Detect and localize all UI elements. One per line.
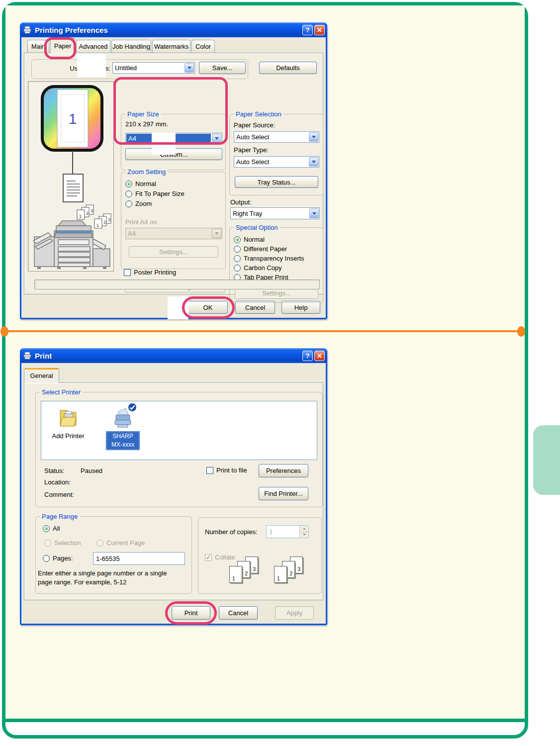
radio-icon bbox=[234, 265, 241, 272]
collate-illustration: 3 2 1 bbox=[274, 557, 310, 589]
tab-paper[interactable]: Paper bbox=[50, 38, 75, 53]
page-range-hint-2: page range. For example, 5-12 bbox=[38, 578, 127, 586]
radio-icon bbox=[125, 190, 132, 197]
zoom-setting-group: Zoom Setting Normal Fit To Paper Size Zo… bbox=[121, 172, 226, 269]
printer-icon bbox=[22, 25, 32, 34]
radio-current-page: Current Page bbox=[96, 539, 145, 547]
radio-special-normal[interactable]: Normal bbox=[234, 236, 265, 243]
radio-different-paper[interactable]: Different Paper bbox=[234, 245, 287, 253]
help-window-button[interactable]: ? bbox=[302, 351, 313, 361]
poster-printing-checkbox[interactable]: Poster Printing bbox=[124, 269, 176, 276]
tab-job-handling[interactable]: Job Handling bbox=[111, 40, 151, 53]
radio-label: Current Page bbox=[106, 539, 145, 547]
find-printer-button[interactable]: Find Printer... bbox=[259, 487, 308, 500]
print-to-file-checkbox[interactable]: Print to file bbox=[206, 466, 247, 474]
defaults-button[interactable]: Defaults bbox=[259, 62, 317, 74]
radio-carbon-copy[interactable]: Carbon Copy bbox=[234, 264, 282, 272]
paper-type-select[interactable]: Auto Select bbox=[234, 156, 319, 168]
chevron-down-icon[interactable] bbox=[309, 208, 319, 218]
paper-size-title: Paper Size bbox=[125, 110, 161, 118]
radio-label: Normal bbox=[135, 180, 156, 187]
titlebar[interactable]: Print ? ✕ bbox=[20, 348, 327, 363]
radio-icon bbox=[43, 525, 50, 532]
radio-normal[interactable]: Normal bbox=[125, 180, 156, 187]
svg-text:2: 2 bbox=[86, 211, 89, 216]
titlebar[interactable]: Printing Preferences ? ✕ bbox=[20, 22, 327, 37]
page-range-hint-1: Enter either a single page number or a s… bbox=[38, 569, 167, 577]
add-printer-label[interactable]: Add Printer bbox=[41, 432, 95, 440]
tab-color[interactable]: Color bbox=[191, 40, 215, 53]
output-value: Right Tray bbox=[231, 208, 309, 219]
close-window-button[interactable]: ✕ bbox=[314, 25, 325, 35]
checkbox-icon bbox=[205, 554, 212, 561]
pages-input[interactable]: 1-65535 bbox=[93, 552, 185, 565]
paper-source-select[interactable]: Auto Select bbox=[234, 131, 319, 143]
callout-patch bbox=[77, 53, 106, 77]
radio-zoom[interactable]: Zoom bbox=[125, 200, 152, 207]
svg-text:1: 1 bbox=[79, 214, 82, 219]
select-printer-group: Select Printer Add Printer bbox=[35, 392, 323, 507]
checkbox-label: Poster Printing bbox=[134, 269, 176, 276]
radio-selection: Selection bbox=[44, 539, 81, 547]
add-printer-icon[interactable] bbox=[56, 405, 80, 430]
help-window-button[interactable]: ? bbox=[302, 25, 313, 35]
radio-all[interactable]: All bbox=[43, 525, 60, 532]
paper-type-label: Paper Type: bbox=[234, 146, 269, 154]
close-window-button[interactable]: ✕ bbox=[314, 351, 325, 361]
svg-text:1: 1 bbox=[96, 223, 99, 228]
radio-transparency-inserts[interactable]: Transparency Inserts bbox=[234, 255, 304, 262]
output-label: Output: bbox=[230, 198, 252, 206]
chevron-down-icon[interactable] bbox=[212, 134, 221, 143]
paper-dimensions: 210 x 297 mm. bbox=[125, 120, 168, 128]
sharp-printer-label[interactable]: SHARP MX-xxxx bbox=[106, 431, 140, 450]
special-option-title: Special Option bbox=[234, 224, 280, 231]
svg-text:3: 3 bbox=[91, 208, 93, 213]
radio-pages[interactable]: Pages: bbox=[43, 555, 73, 562]
location-label: Location: bbox=[44, 478, 71, 486]
output-select[interactable]: Right Tray bbox=[230, 207, 320, 219]
printer-list[interactable]: Add Printer SHARP MX-xxxx bbox=[41, 401, 317, 460]
checkbox-icon bbox=[124, 269, 131, 276]
paper-selection-group: Paper Selection Paper Source: Auto Selec… bbox=[229, 114, 323, 195]
save-button[interactable]: Save... bbox=[199, 62, 246, 74]
radio-icon bbox=[125, 181, 132, 187]
tab-watermarks[interactable]: Watermarks bbox=[152, 40, 190, 53]
print-dialog: Print ? ✕ General Select Printer Add Pri… bbox=[20, 348, 327, 625]
print-a4-on-value: A4 bbox=[126, 228, 211, 239]
dialog-title: Printing Preferences bbox=[35, 26, 301, 34]
chevron-down-icon bbox=[212, 229, 221, 238]
ok-button[interactable]: OK bbox=[188, 301, 228, 314]
page-side-tab bbox=[533, 425, 560, 495]
user-settings-select[interactable]: Untitled bbox=[112, 62, 195, 74]
user-settings-value: Untitled bbox=[113, 63, 184, 73]
radio-label: Pages: bbox=[53, 555, 73, 562]
radio-label: Selection bbox=[54, 539, 81, 547]
preferences-button[interactable]: Preferences bbox=[259, 464, 308, 477]
chevron-down-icon[interactable] bbox=[185, 63, 194, 73]
radio-fit-to-paper-size[interactable]: Fit To Paper Size bbox=[125, 190, 185, 197]
zoom-setting-title: Zoom Setting bbox=[125, 168, 168, 176]
radio-label: Fit To Paper Size bbox=[135, 190, 185, 197]
cancel-button[interactable]: Cancel bbox=[219, 606, 258, 620]
tab-advanced[interactable]: Advanced bbox=[76, 40, 110, 53]
callout-patch bbox=[168, 296, 188, 319]
divider-dot-left bbox=[0, 326, 8, 337]
comment-label: Comment: bbox=[44, 491, 74, 498]
status-bar bbox=[34, 280, 320, 289]
radio-label: All bbox=[53, 525, 60, 532]
radio-icon bbox=[125, 200, 132, 207]
print-button[interactable]: Print bbox=[172, 606, 210, 620]
special-option-group: Special Option Normal Different Paper Tr… bbox=[229, 227, 323, 303]
tab-general[interactable]: General bbox=[24, 368, 59, 383]
chevron-down-icon[interactable] bbox=[309, 132, 318, 142]
paper-source-value: Auto Select bbox=[234, 132, 308, 142]
dialog-title: Print bbox=[35, 352, 301, 360]
tab-main[interactable]: Main bbox=[27, 40, 49, 53]
tray-status-button[interactable]: Tray Status... bbox=[235, 176, 318, 188]
radio-icon bbox=[43, 555, 50, 562]
copies-value: 1 bbox=[267, 526, 299, 538]
default-printer-check-icon bbox=[127, 402, 137, 412]
chevron-down-icon[interactable] bbox=[309, 157, 318, 167]
spinner-up-icon bbox=[300, 526, 308, 532]
radio-icon bbox=[234, 246, 241, 253]
